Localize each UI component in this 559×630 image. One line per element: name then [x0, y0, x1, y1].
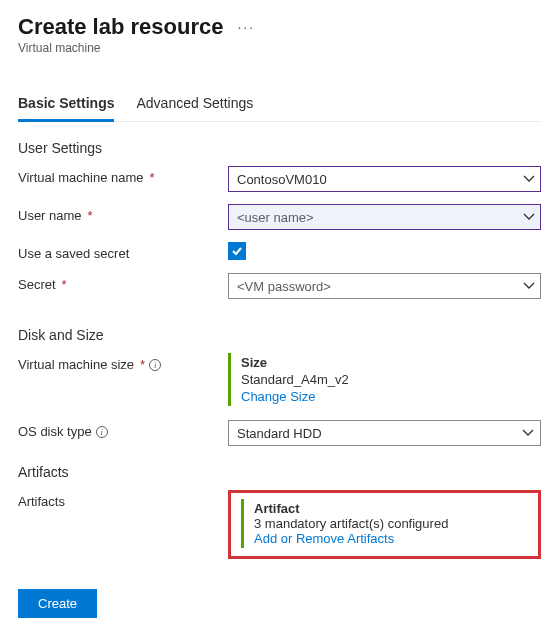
label-user-name: User name*	[18, 204, 228, 223]
section-user-settings: User Settings	[18, 140, 541, 156]
size-header: Size	[241, 355, 541, 370]
artifact-header: Artifact	[254, 501, 528, 516]
section-artifacts: Artifacts	[18, 464, 541, 480]
create-button[interactable]: Create	[18, 589, 97, 618]
os-disk-type-select[interactable]: Standard HDD	[228, 420, 541, 446]
info-icon[interactable]: i	[149, 359, 161, 371]
change-size-link[interactable]: Change Size	[241, 389, 541, 404]
tab-advanced-settings[interactable]: Advanced Settings	[136, 87, 253, 121]
more-options-button[interactable]: ···	[237, 19, 255, 35]
label-artifacts: Artifacts	[18, 490, 228, 509]
label-secret: Secret*	[18, 273, 228, 292]
section-disk-and-size: Disk and Size	[18, 327, 541, 343]
artifact-status: 3 mandatory artifact(s) configured	[254, 516, 528, 531]
required-indicator: *	[150, 170, 155, 185]
tabs: Basic Settings Advanced Settings	[18, 87, 541, 122]
secret-input[interactable]	[228, 273, 541, 299]
label-vm-name: Virtual machine name*	[18, 166, 228, 185]
required-indicator: *	[62, 277, 67, 292]
info-icon[interactable]: i	[96, 426, 108, 438]
page-subtitle: Virtual machine	[18, 41, 541, 55]
tab-basic-settings[interactable]: Basic Settings	[18, 87, 114, 121]
vm-size-display: Size Standard_A4m_v2 Change Size	[228, 353, 541, 406]
label-vm-size: Virtual machine size* i	[18, 353, 228, 372]
size-value: Standard_A4m_v2	[241, 372, 541, 387]
artifacts-highlight-box: Artifact 3 mandatory artifact(s) configu…	[228, 490, 541, 559]
vm-name-input[interactable]	[228, 166, 541, 192]
user-name-input[interactable]	[228, 204, 541, 230]
chevron-down-icon	[522, 427, 534, 439]
page-title: Create lab resource	[18, 14, 223, 40]
required-indicator: *	[88, 208, 93, 223]
required-indicator: *	[140, 357, 145, 372]
use-saved-secret-checkbox[interactable]	[228, 242, 246, 260]
label-use-saved-secret: Use a saved secret	[18, 242, 228, 261]
os-disk-type-value: Standard HDD	[237, 426, 322, 441]
add-remove-artifacts-link[interactable]: Add or Remove Artifacts	[254, 531, 528, 546]
label-os-disk-type: OS disk type i	[18, 420, 228, 439]
